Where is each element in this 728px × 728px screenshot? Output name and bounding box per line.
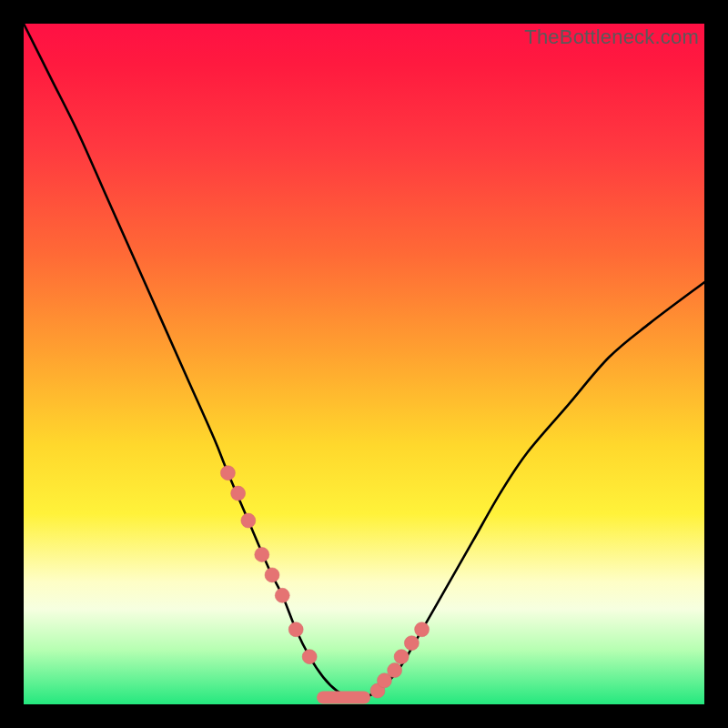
chart-frame: TheBottleneck.com xyxy=(0,0,728,728)
marker-dot xyxy=(231,486,246,500)
marker-dot xyxy=(415,622,430,637)
marker-dot xyxy=(394,650,409,664)
marker-dot xyxy=(288,622,303,637)
marker-dot xyxy=(220,466,235,480)
marker-dot xyxy=(241,513,256,528)
marker-dot xyxy=(302,650,317,664)
marker-group xyxy=(220,466,429,698)
marker-dot xyxy=(275,588,289,602)
bottleneck-curve xyxy=(24,24,704,698)
marker-dot xyxy=(255,547,269,561)
chart-svg xyxy=(24,24,704,704)
marker-dot xyxy=(265,568,279,582)
marker-dot xyxy=(388,663,402,678)
marker-dot xyxy=(404,636,419,651)
plot-area: TheBottleneck.com xyxy=(24,24,704,704)
